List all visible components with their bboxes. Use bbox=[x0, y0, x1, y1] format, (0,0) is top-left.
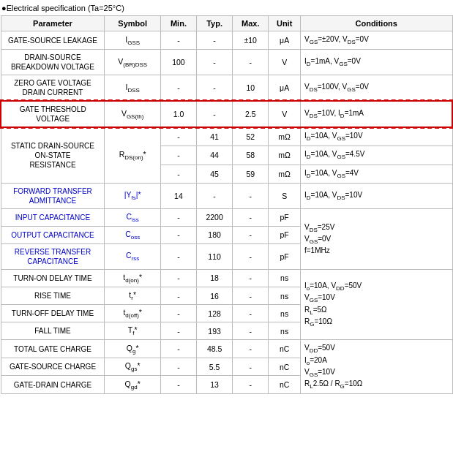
typ-gate-drain-charge: 13 bbox=[197, 376, 233, 394]
unit-gate-source-charge: nC bbox=[269, 358, 301, 376]
symbol-output-capacitance: Coss bbox=[105, 226, 160, 243]
row-total-gate-charge: TOTAL GATE CHARGE Qg* - 48.5 - nC VDD=50… bbox=[1, 340, 452, 358]
max-gate-threshold: 2.5 bbox=[233, 101, 269, 127]
max-forward-transfer: - bbox=[233, 183, 269, 208]
min-total-gate-charge: - bbox=[160, 340, 196, 358]
typ-drain-source-breakdown: - bbox=[197, 50, 233, 75]
row-zero-gate-voltage: ZERO GATE VOLTAGEDRAIN CURRENT IDSS - - … bbox=[1, 75, 452, 102]
symbol-gate-drain-charge: Qgd* bbox=[105, 376, 160, 394]
unit-gate-drain-charge: nC bbox=[269, 376, 301, 394]
param-turn-off-delay: TURN-OFF DELAY TIME bbox=[1, 305, 105, 322]
symbol-zero-gate-voltage: IDSS bbox=[105, 75, 160, 102]
max-gate-source-charge: - bbox=[233, 358, 269, 376]
symbol-turn-on-delay: td(on)* bbox=[105, 269, 160, 287]
typ-turn-off-delay: 128 bbox=[197, 305, 233, 322]
unit-input-capacitance: pF bbox=[269, 208, 301, 226]
min-zero-gate-voltage: - bbox=[160, 75, 196, 102]
symbol-input-capacitance: Ciss bbox=[105, 208, 160, 226]
row-forward-transfer: FORWARD TRANSFERADMITTANCE |Yfs|* 14 - -… bbox=[1, 183, 452, 208]
max-fall-time: - bbox=[233, 322, 269, 340]
unit-zero-gate-voltage: μA bbox=[269, 75, 301, 102]
cond-static-drain-2: ID=10A, VGS=4.5V bbox=[300, 146, 452, 165]
param-turn-on-delay: TURN-ON DELAY TIME bbox=[1, 269, 105, 287]
typ-total-gate-charge: 48.5 bbox=[197, 340, 233, 358]
max-zero-gate-voltage: 10 bbox=[233, 75, 269, 102]
min-gate-threshold: 1.0 bbox=[160, 101, 196, 127]
unit-total-gate-charge: nC bbox=[269, 340, 301, 358]
table-header-row: Parameter Symbol Min. Typ. Max. Unit Con… bbox=[1, 16, 452, 31]
electrical-spec-table: Parameter Symbol Min. Typ. Max. Unit Con… bbox=[0, 15, 453, 394]
param-output-capacitance: OUTPUT CAPACITANCE bbox=[1, 226, 105, 243]
min-turn-off-delay: - bbox=[160, 305, 196, 322]
param-fall-time: FALL TIME bbox=[1, 322, 105, 340]
unit-output-capacitance: pF bbox=[269, 226, 301, 243]
max-turn-on-delay: - bbox=[233, 269, 269, 287]
typ-static-drain-2: 44 bbox=[197, 146, 233, 165]
cond-forward-transfer: ID=10A, VDS=10V bbox=[300, 183, 452, 208]
typ-gate-threshold: - bbox=[197, 101, 233, 127]
param-drain-source-breakdown: DRAIN-SOURCEBREAKDOWN VOLTAGE bbox=[1, 50, 105, 75]
unit-turn-off-delay: ns bbox=[269, 305, 301, 322]
min-static-drain-2: - bbox=[160, 146, 196, 165]
param-total-gate-charge: TOTAL GATE CHARGE bbox=[1, 340, 105, 358]
col-symbol: Symbol bbox=[105, 16, 160, 31]
symbol-turn-off-delay: td(off)* bbox=[105, 305, 160, 322]
cond-drain-source-breakdown: ID=1mA, VGS=0V bbox=[300, 50, 452, 75]
unit-forward-transfer: S bbox=[269, 183, 301, 208]
header-title: ●Electrical specification (Ta=25°C) bbox=[0, 0, 453, 15]
param-gate-threshold: GATE THRESHOLD VOLTAGE bbox=[1, 101, 105, 127]
max-rise-time: - bbox=[233, 287, 269, 305]
min-output-capacitance: - bbox=[160, 226, 196, 243]
row-drain-source-breakdown: DRAIN-SOURCEBREAKDOWN VOLTAGE V(BR)DSS 1… bbox=[1, 50, 452, 75]
typ-static-drain-3: 45 bbox=[197, 165, 233, 183]
param-input-capacitance: INPUT CAPACITANCE bbox=[1, 208, 105, 226]
max-static-drain-1: 52 bbox=[233, 127, 269, 146]
cond-switching: Io=10A, VDD=50VVGS=10VRL=5ΩRG=10Ω bbox=[300, 269, 452, 339]
unit-fall-time: ns bbox=[269, 322, 301, 340]
max-static-drain-2: 58 bbox=[233, 146, 269, 165]
min-static-drain-1: - bbox=[160, 127, 196, 146]
row-turn-on-delay: TURN-ON DELAY TIME td(on)* - 18 - ns Io=… bbox=[1, 269, 452, 287]
typ-rise-time: 16 bbox=[197, 287, 233, 305]
cond-static-drain-3: ID=10A, VGS=4V bbox=[300, 165, 452, 183]
param-static-drain: STATIC DRAIN-SOURCEON-STATERESISTANCE bbox=[1, 127, 105, 183]
max-gate-drain-charge: - bbox=[233, 376, 269, 394]
symbol-fall-time: Tf* bbox=[105, 322, 160, 340]
min-gate-drain-charge: - bbox=[160, 376, 196, 394]
cond-zero-gate-voltage: VDS=100V, VGS=0V bbox=[300, 75, 452, 102]
typ-output-capacitance: 180 bbox=[197, 226, 233, 243]
typ-turn-on-delay: 18 bbox=[197, 269, 233, 287]
param-forward-transfer: FORWARD TRANSFERADMITTANCE bbox=[1, 183, 105, 208]
row-gate-source-leakage: GATE-SOURCE LEAKAGE IGSS - - ±10 μA VGS=… bbox=[1, 31, 452, 50]
typ-zero-gate-voltage: - bbox=[197, 75, 233, 102]
unit-drain-source-breakdown: V bbox=[269, 50, 301, 75]
min-static-drain-3: - bbox=[160, 165, 196, 183]
max-reverse-transfer: - bbox=[233, 243, 269, 269]
max-output-capacitance: - bbox=[233, 226, 269, 243]
typ-gate-source-charge: 5.5 bbox=[197, 358, 233, 376]
min-gate-source-leakage: - bbox=[160, 31, 196, 50]
param-gate-source-leakage: GATE-SOURCE LEAKAGE bbox=[1, 31, 105, 50]
max-total-gate-charge: - bbox=[233, 340, 269, 358]
page-header: ●Electrical specification (Ta=25°C) bbox=[0, 0, 453, 15]
col-conditions: Conditions bbox=[300, 16, 452, 31]
col-parameter: Parameter bbox=[1, 16, 105, 31]
symbol-gate-threshold: VGS(th) bbox=[105, 101, 160, 127]
cond-gate-source-leakage: VGS=±20V, VDS=0V bbox=[300, 31, 452, 50]
typ-forward-transfer: - bbox=[197, 183, 233, 208]
typ-fall-time: 193 bbox=[197, 322, 233, 340]
symbol-gate-source-leakage: IGSS bbox=[105, 31, 160, 50]
min-turn-on-delay: - bbox=[160, 269, 196, 287]
symbol-gate-source-charge: Qgs* bbox=[105, 358, 160, 376]
unit-gate-threshold: V bbox=[269, 101, 301, 127]
param-rise-time: RISE TIME bbox=[1, 287, 105, 305]
unit-static-drain-2: mΩ bbox=[269, 146, 301, 165]
row-input-capacitance: INPUT CAPACITANCE Ciss - 2200 - pF VDS=2… bbox=[1, 208, 452, 226]
row-gate-threshold: GATE THRESHOLD VOLTAGE VGS(th) 1.0 - 2.5… bbox=[1, 101, 452, 127]
unit-static-drain-3: mΩ bbox=[269, 165, 301, 183]
min-forward-transfer: 14 bbox=[160, 183, 196, 208]
param-zero-gate-voltage: ZERO GATE VOLTAGEDRAIN CURRENT bbox=[1, 75, 105, 102]
min-rise-time: - bbox=[160, 287, 196, 305]
typ-gate-source-leakage: - bbox=[197, 31, 233, 50]
col-max: Max. bbox=[233, 16, 269, 31]
